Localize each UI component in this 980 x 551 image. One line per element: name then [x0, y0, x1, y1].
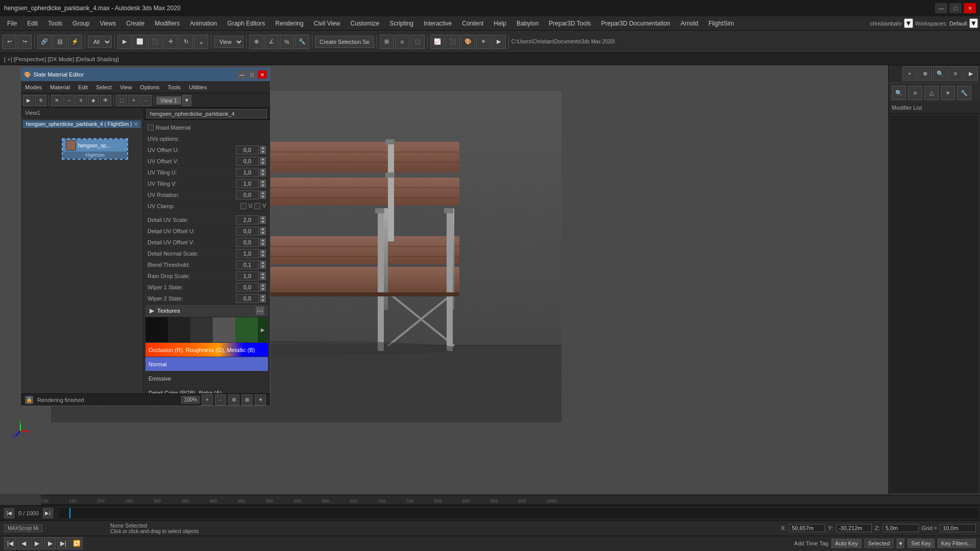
- menu-arnold[interactable]: Arnold: [675, 18, 703, 29]
- se-grid-btn[interactable]: ⊞: [241, 394, 253, 406]
- rp-search-btn[interactable]: 🔍: [933, 66, 947, 81]
- se-menu-material[interactable]: Material: [46, 83, 74, 92]
- detail-uv-scale-down[interactable]: ▼: [260, 220, 266, 224]
- menu-modifiers[interactable]: Modifiers: [150, 18, 185, 29]
- spinner-snap[interactable]: 🔧: [295, 35, 309, 49]
- uv-rotation-up[interactable]: ▲: [260, 191, 266, 195]
- detail-uv-offset-u-down[interactable]: ▼: [260, 231, 266, 235]
- se-unique-btn[interactable]: ◈: [88, 95, 99, 106]
- filter-dropdown[interactable]: All: [88, 36, 112, 48]
- road-material-checkbox[interactable]: [148, 124, 154, 131]
- uv-offset-v-up[interactable]: ▲: [260, 157, 266, 161]
- se-bg-btn[interactable]: ☀: [255, 394, 266, 406]
- menu-animation[interactable]: Animation: [185, 18, 222, 29]
- workspaces-dropdown[interactable]: ▼: [969, 18, 978, 28]
- menu-flightsim[interactable]: FlightSim: [703, 18, 739, 29]
- detail-uv-offset-v-down[interactable]: ▼: [260, 242, 266, 246]
- detail-uv-offset-v-up[interactable]: ▲: [260, 238, 266, 242]
- wiper1-up[interactable]: ▲: [260, 283, 266, 287]
- wiper2-input[interactable]: [236, 294, 259, 303]
- menu-group[interactable]: Group: [67, 18, 94, 29]
- playback-next-btn[interactable]: ▶: [44, 537, 56, 549]
- rp-nav-btn[interactable]: ≡: [908, 86, 922, 100]
- rp-list-btn[interactable]: ≡: [948, 66, 963, 81]
- se-menu-options[interactable]: Options: [136, 83, 163, 92]
- maximize-button[interactable]: □: [949, 3, 962, 13]
- se-view-expand[interactable]: ▼: [182, 95, 191, 106]
- menu-babylon[interactable]: Babylon: [511, 18, 544, 29]
- texture-row-normal[interactable]: Normal: [145, 357, 268, 371]
- blend-threshold-up[interactable]: ▲: [260, 261, 266, 265]
- auto-key-button[interactable]: Auto Key: [831, 539, 862, 548]
- wiper1-input[interactable]: [236, 283, 259, 292]
- minimize-button[interactable]: —: [935, 3, 947, 13]
- se-menu-modes[interactable]: Modes: [21, 83, 46, 92]
- se-assign-btn[interactable]: →: [63, 95, 75, 106]
- se-close-btn[interactable]: ✕: [258, 70, 267, 79]
- unlink-button[interactable]: ⛓: [53, 35, 67, 49]
- detail-uv-scale-up[interactable]: ▲: [260, 216, 266, 220]
- rain-drop-scale-up[interactable]: ▲: [260, 272, 266, 276]
- close-button[interactable]: ✕: [964, 3, 976, 13]
- wiper2-up[interactable]: ▲: [260, 294, 266, 298]
- redo-button[interactable]: ↪: [17, 35, 32, 49]
- uv-tiling-v-down[interactable]: ▼: [260, 184, 266, 188]
- detail-uv-scale-input[interactable]: [236, 215, 259, 224]
- uv-clamp-u-checkbox[interactable]: [240, 203, 247, 209]
- se-settings-btn[interactable]: ⚙: [228, 394, 239, 406]
- rp-util-btn[interactable]: 🔧: [957, 86, 971, 100]
- uv-offset-v-down[interactable]: ▼: [260, 161, 266, 165]
- uv-clamp-v-checkbox[interactable]: [254, 203, 260, 209]
- uv-offset-u-down[interactable]: ▼: [260, 150, 266, 154]
- wiper2-down[interactable]: ▼: [260, 298, 266, 303]
- playback-first-btn[interactable]: |◀: [4, 537, 16, 549]
- se-node-graph[interactable]: View1 hengsen_opherdicke_parkbank_4 ( Fl…: [21, 108, 143, 393]
- mirror-button[interactable]: ⊞: [380, 35, 394, 49]
- window-crossing-button[interactable]: ⬛: [148, 35, 162, 49]
- rain-drop-scale-down[interactable]: ▼: [260, 276, 266, 280]
- menu-tools[interactable]: Tools: [43, 18, 67, 29]
- uv-offset-u-input[interactable]: [236, 145, 259, 155]
- uv-offset-v-input[interactable]: [236, 157, 259, 166]
- rotate-button[interactable]: ↻: [179, 35, 193, 49]
- detail-uv-offset-u-input[interactable]: [236, 227, 259, 236]
- texture-row-emissive[interactable]: Emissive: [145, 371, 268, 386]
- uv-tiling-v-up[interactable]: ▲: [260, 180, 266, 184]
- se-instance-btn[interactable]: ≡: [76, 95, 87, 106]
- playback-play-btn[interactable]: ▶: [31, 537, 43, 549]
- detail-normal-scale-down[interactable]: ▼: [260, 254, 266, 258]
- account-dropdown[interactable]: ▼: [904, 18, 913, 28]
- timeline-next-btn[interactable]: ▶|: [43, 508, 53, 518]
- se-view-label[interactable]: View 1: [156, 96, 181, 105]
- rp-rend-btn[interactable]: ☀: [941, 86, 955, 100]
- layer-button[interactable]: ⬚: [410, 35, 425, 49]
- se-move-btn[interactable]: ✛: [35, 95, 46, 106]
- menu-content[interactable]: Content: [457, 18, 488, 29]
- se-zoom-out-btn[interactable]: -: [140, 95, 152, 106]
- playback-prev-btn[interactable]: ◀: [17, 537, 30, 549]
- rp-lock-btn[interactable]: ⊕: [918, 66, 932, 81]
- se-select-btn[interactable]: ▶: [23, 95, 34, 106]
- se-mat-tab[interactable]: hengsen_opherdicke_parkbank_4 ( FlightSi…: [23, 120, 141, 128]
- menu-civil-view[interactable]: Civil View: [309, 18, 346, 29]
- render-frame-button[interactable]: ▶: [492, 35, 506, 49]
- menu-customize[interactable]: Customize: [346, 18, 385, 29]
- detail-uv-offset-v-input[interactable]: [236, 238, 259, 247]
- se-zoom-out-status-btn[interactable]: -: [215, 394, 226, 406]
- select-region-button[interactable]: ⬜: [133, 35, 147, 49]
- playback-loop-btn[interactable]: 🔁: [70, 537, 83, 549]
- angle-snap[interactable]: ∠: [264, 35, 279, 49]
- se-view-btn[interactable]: 👁: [100, 95, 111, 106]
- create-selection-button[interactable]: Create Selection Se: [315, 36, 374, 48]
- detail-normal-scale-up[interactable]: ▲: [260, 249, 266, 254]
- menu-edit[interactable]: Edit: [22, 18, 43, 29]
- uv-tiling-u-down[interactable]: ▼: [260, 172, 266, 177]
- menu-prepar3d-doc[interactable]: Prepar3D Documentation: [596, 18, 675, 29]
- mat-name-input[interactable]: [146, 109, 267, 118]
- select-button[interactable]: ▶: [117, 35, 132, 49]
- se-delete-btn[interactable]: ✕: [51, 95, 62, 106]
- playback-last-btn[interactable]: ▶|: [57, 537, 69, 549]
- se-menu-utilities[interactable]: Utilities: [185, 83, 211, 92]
- se-zoom-in-btn[interactable]: +: [128, 95, 139, 106]
- rp-expand-btn[interactable]: ▶: [964, 66, 978, 81]
